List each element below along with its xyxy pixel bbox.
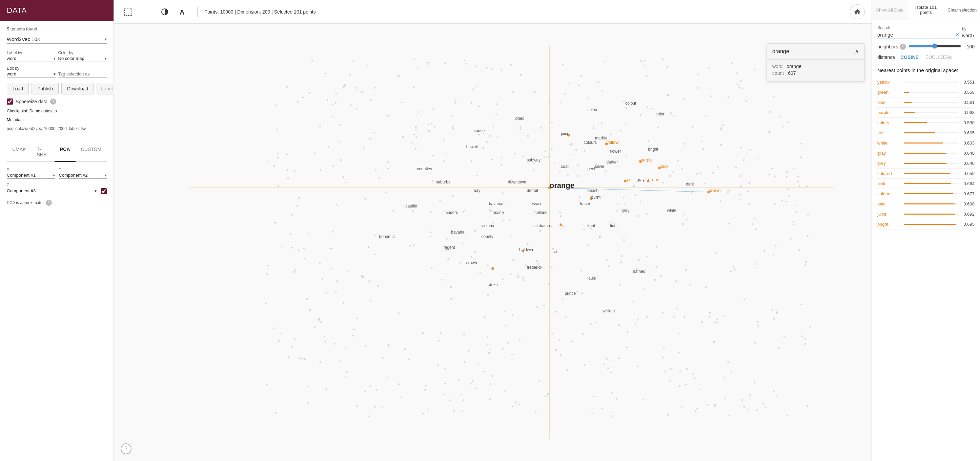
nearest-item[interactable]: colors 0.590 xyxy=(877,118,975,128)
word-label[interactable]: crown xyxy=(466,261,477,265)
word-label[interactable]: lion xyxy=(610,223,617,228)
word-label[interactable]: county xyxy=(481,234,493,239)
nearest-word[interactable]: colours xyxy=(877,191,901,196)
nearest-item[interactable]: colours 0.677 xyxy=(877,189,975,199)
night-mode-icon[interactable] xyxy=(139,5,154,19)
word-label[interactable]: fraser xyxy=(580,201,590,206)
nearest-word[interactable]: colors xyxy=(877,120,901,125)
nearest-word[interactable]: purple xyxy=(877,110,901,115)
word-label[interactable]: louis xyxy=(588,276,596,280)
word-label[interactable]: victoria xyxy=(481,223,494,228)
word-label[interactable]: blue xyxy=(659,164,668,169)
word-label[interactable]: kent xyxy=(588,223,595,228)
nearest-item[interactable]: white 0.633 xyxy=(877,138,975,148)
nearest-word[interactable]: white xyxy=(877,141,901,146)
word-label[interactable]: counties xyxy=(417,166,432,171)
word-label[interactable]: downtown xyxy=(508,180,526,184)
publish-button[interactable]: Publish xyxy=(32,83,59,94)
contrast-icon[interactable] xyxy=(157,5,172,19)
word-label[interactable]: gray xyxy=(637,177,644,182)
word-label[interactable]: beach xyxy=(588,188,599,193)
sphereize-help-icon[interactable]: ? xyxy=(50,98,56,105)
isolate-button[interactable]: Isolate 101 points xyxy=(908,0,944,20)
sphereize-checkbox[interactable] xyxy=(7,98,13,105)
nearest-item[interactable]: pale 0.690 xyxy=(877,199,975,209)
neighbors-slider[interactable] xyxy=(908,43,961,49)
nearest-item[interactable]: pink 0.664 xyxy=(877,179,975,189)
word-label[interactable]: named xyxy=(633,269,646,274)
z-checkbox[interactable] xyxy=(101,188,107,194)
nearest-word[interactable]: bright xyxy=(877,222,901,227)
word-label[interactable]: hawaii xyxy=(466,144,478,149)
nearest-word[interactable]: pale xyxy=(877,201,901,206)
nearest-item[interactable]: purple 0.568 xyxy=(877,108,975,118)
tab-umap[interactable]: UMAP xyxy=(7,143,31,162)
viz-help-icon[interactable]: ? xyxy=(121,444,132,454)
color-by-select[interactable]: No color map xyxy=(58,56,105,61)
info-card-close-icon[interactable]: ∧ xyxy=(854,48,859,55)
tab-tsne[interactable]: T-SNE xyxy=(31,143,54,162)
tag-selection-input[interactable] xyxy=(58,71,107,78)
word-label[interactable]: colours xyxy=(584,140,597,145)
euclidean-option[interactable]: EUCLIDEAN xyxy=(924,54,954,60)
nearest-word[interactable]: yellow xyxy=(877,79,901,85)
word-label[interactable]: maine xyxy=(493,210,504,215)
select-rect-icon[interactable] xyxy=(121,5,135,19)
nearest-item[interactable]: juice 0.692 xyxy=(877,209,975,219)
nearest-word[interactable]: red xyxy=(877,130,901,135)
word-label[interactable]: iii xyxy=(599,234,601,239)
word-label[interactable]: brown xyxy=(709,188,721,193)
label-by-select[interactable]: word xyxy=(7,56,54,61)
nearest-item[interactable]: gray 0.640 xyxy=(877,148,975,158)
word-label[interactable]: subway xyxy=(527,158,541,162)
word-label[interactable]: castile xyxy=(406,204,417,209)
word-label[interactable]: vii xyxy=(554,249,557,254)
word-label[interactable]: duke xyxy=(489,282,498,287)
word-label[interactable]: bavaria xyxy=(451,230,465,234)
clear-selection-button[interactable]: Clear selection xyxy=(944,0,980,20)
tab-pca[interactable]: PCA xyxy=(54,143,76,162)
nearest-word[interactable]: green xyxy=(877,90,901,95)
nearest-item[interactable]: blue 0.561 xyxy=(877,97,975,108)
word-label[interactable]: baldwin xyxy=(519,247,533,252)
nearest-item[interactable]: green 0.558 xyxy=(877,87,975,97)
word-label[interactable]: burnt xyxy=(591,195,601,200)
word-label[interactable]: green xyxy=(648,177,659,182)
tensor-select-row[interactable]: Word2Vec 10K ▾ xyxy=(7,36,107,44)
download-button[interactable]: Download xyxy=(61,83,94,94)
nearest-item[interactable]: colored 0.659 xyxy=(877,169,975,179)
nearest-word[interactable]: pink xyxy=(877,181,901,186)
word-label[interactable]: holland xyxy=(535,210,547,215)
neighbors-help-icon[interactable]: ? xyxy=(900,44,906,50)
tensor-select-value[interactable]: Word2Vec 10K xyxy=(7,36,105,42)
word-label[interactable]: colors xyxy=(588,107,598,112)
word-label[interactable]: marble xyxy=(595,136,608,141)
word-label[interactable]: silver xyxy=(595,164,605,169)
nearest-word[interactable]: blue xyxy=(877,100,901,105)
word-label[interactable]: alabama xyxy=(535,223,550,228)
word-label[interactable]: purple xyxy=(640,157,653,162)
word-label[interactable]: flanders xyxy=(444,210,458,215)
nearest-word[interactable]: grey xyxy=(877,161,901,166)
word-label[interactable]: peel xyxy=(588,166,595,171)
word-label[interactable]: essex xyxy=(531,201,541,206)
word-label[interactable]: colour xyxy=(625,101,636,106)
search-input[interactable] xyxy=(877,32,955,38)
word-label[interactable]: dark xyxy=(686,182,694,187)
word-label[interactable]: suburbs xyxy=(436,180,450,184)
nearest-item[interactable]: bright 0.695 xyxy=(877,219,975,230)
word-label[interactable]: yellow xyxy=(606,140,619,145)
home-icon[interactable] xyxy=(850,5,865,19)
word-label[interactable]: flower xyxy=(610,149,621,154)
z-component-select[interactable]: Component #3 xyxy=(7,188,95,193)
edit-by-select[interactable]: word xyxy=(7,71,54,76)
word-label[interactable]: bavarian xyxy=(489,201,504,206)
word-label[interactable]: william xyxy=(602,309,615,314)
show-all-button[interactable]: Show All Data xyxy=(872,0,908,20)
word-label[interactable]: coat xyxy=(561,164,569,169)
by-select[interactable]: word xyxy=(962,33,972,38)
label-toggle-icon[interactable]: A xyxy=(175,5,191,19)
word-label[interactable]: bay xyxy=(474,188,480,193)
nearest-word[interactable]: gray xyxy=(877,150,901,156)
word-label[interactable]: grey xyxy=(622,208,629,213)
